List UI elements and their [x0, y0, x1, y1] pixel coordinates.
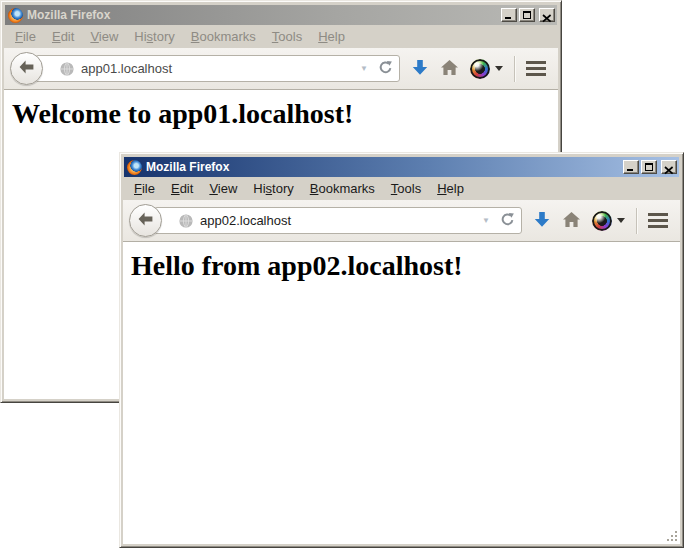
- url-dropdown-icon[interactable]: ▼: [357, 64, 371, 73]
- navigation-toolbar: app02.localhost ▼: [123, 200, 680, 242]
- minimize-button[interactable]: [623, 160, 639, 174]
- url-text: app02.localhost: [200, 213, 473, 228]
- download-icon: [533, 211, 551, 231]
- url-text: app01.localhost: [81, 61, 351, 76]
- menu-edit[interactable]: Edit: [163, 178, 201, 200]
- desktop: Mozilla Firefox File Edit View History B…: [0, 0, 688, 551]
- maximize-button[interactable]: [641, 160, 657, 174]
- globe-icon: [59, 61, 75, 77]
- firefox-icon: [8, 8, 23, 23]
- toolbar-separator: [514, 56, 515, 82]
- addon-orb-icon: [592, 211, 612, 231]
- url-bar[interactable]: app01.localhost ▼: [35, 55, 400, 82]
- chevron-down-icon: [495, 66, 503, 71]
- addon-button[interactable]: [592, 211, 625, 231]
- hamburger-icon: [526, 61, 546, 76]
- minimize-icon: [505, 17, 511, 19]
- menu-history[interactable]: History: [245, 178, 301, 200]
- back-button[interactable]: [10, 52, 43, 85]
- menu-bar: File Edit View History Bookmarks Tools H…: [4, 25, 558, 48]
- maximize-icon: [523, 11, 531, 19]
- home-button[interactable]: [440, 59, 459, 79]
- page-heading: Hello from app02.localhost!: [131, 250, 680, 282]
- window-title: Mozilla Firefox: [146, 160, 619, 174]
- menu-tools[interactable]: Tools: [383, 178, 429, 200]
- menu-help[interactable]: Help: [429, 178, 472, 200]
- chevron-down-icon: [617, 218, 625, 223]
- titlebar[interactable]: Mozilla Firefox: [5, 5, 557, 25]
- toolbar-separator: [636, 208, 637, 234]
- app-menu-button[interactable]: [526, 61, 546, 76]
- reload-button[interactable]: [499, 212, 516, 230]
- resize-grip[interactable]: [666, 530, 678, 542]
- minimize-icon: [627, 169, 633, 171]
- menu-view[interactable]: View: [201, 178, 245, 200]
- menu-file[interactable]: File: [7, 26, 44, 48]
- menu-tools[interactable]: Tools: [264, 26, 310, 48]
- app-menu-button[interactable]: [648, 213, 668, 228]
- download-button[interactable]: [533, 211, 551, 231]
- download-button[interactable]: [411, 59, 429, 79]
- resize-grip-dots: [666, 530, 668, 532]
- menu-bookmarks[interactable]: Bookmarks: [183, 26, 264, 48]
- browser-window-app02: Mozilla Firefox File Edit View History B…: [119, 152, 684, 548]
- page-content: Hello from app02.localhost!: [123, 242, 680, 544]
- close-icon: [542, 11, 552, 26]
- url-dropdown-icon[interactable]: ▼: [479, 216, 493, 225]
- reload-icon: [500, 212, 515, 230]
- back-arrow-icon: [137, 211, 154, 230]
- window-controls: [623, 160, 677, 174]
- back-arrow-icon: [18, 59, 35, 78]
- window-title: Mozilla Firefox: [27, 8, 497, 22]
- hamburger-icon: [648, 213, 668, 228]
- url-bar[interactable]: app02.localhost ▼: [154, 207, 522, 234]
- home-button[interactable]: [562, 211, 581, 231]
- menu-history[interactable]: History: [126, 26, 182, 48]
- home-icon: [562, 211, 581, 231]
- menu-bar: File Edit View History Bookmarks Tools H…: [123, 177, 680, 200]
- home-icon: [440, 59, 459, 79]
- window-controls: [501, 8, 555, 22]
- maximize-button[interactable]: [519, 8, 535, 22]
- menu-edit[interactable]: Edit: [44, 26, 82, 48]
- reload-icon: [378, 60, 393, 78]
- download-icon: [411, 59, 429, 79]
- navigation-toolbar: app01.localhost ▼: [4, 48, 558, 90]
- globe-icon: [178, 213, 194, 229]
- close-icon: [664, 163, 674, 178]
- titlebar[interactable]: Mozilla Firefox: [124, 157, 679, 177]
- menu-view[interactable]: View: [82, 26, 126, 48]
- minimize-button[interactable]: [501, 8, 517, 22]
- menu-file[interactable]: File: [126, 178, 163, 200]
- maximize-icon: [645, 163, 653, 171]
- back-button[interactable]: [129, 204, 162, 237]
- menu-help[interactable]: Help: [310, 26, 353, 48]
- menu-bookmarks[interactable]: Bookmarks: [302, 178, 383, 200]
- close-button[interactable]: [539, 8, 555, 22]
- addon-button[interactable]: [470, 59, 503, 79]
- addon-orb-icon: [470, 59, 490, 79]
- firefox-icon: [127, 160, 142, 175]
- reload-button[interactable]: [377, 60, 394, 78]
- page-heading: Welcome to app01.localhost!: [12, 98, 558, 130]
- close-button[interactable]: [661, 160, 677, 174]
